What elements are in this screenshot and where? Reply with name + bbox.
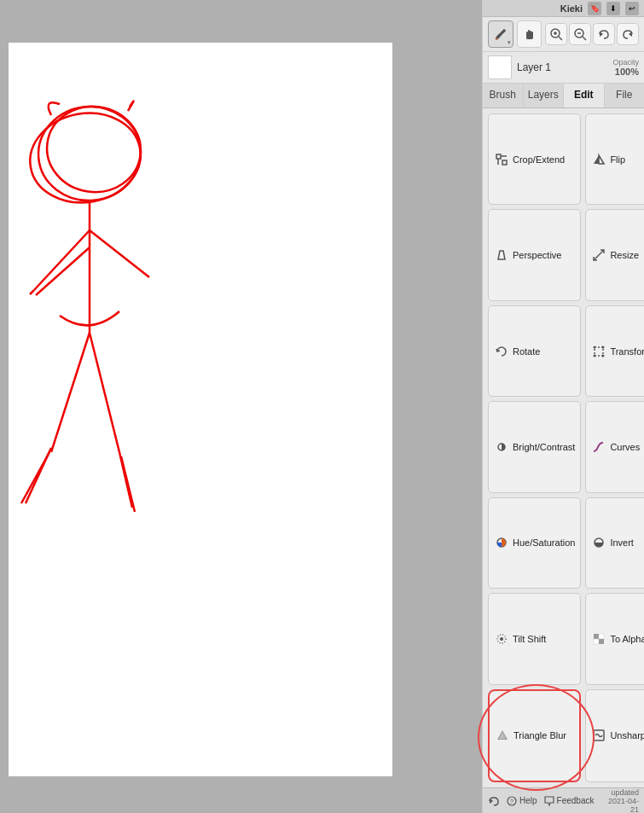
brightness-icon: [494, 439, 509, 455]
tab-edit-label: Edit: [574, 89, 594, 101]
to-alpha-label: To Alpha: [610, 634, 644, 644]
undo-icon: [597, 27, 611, 41]
drawing-canvas[interactable]: [9, 43, 392, 776]
brush-tool[interactable]: ▾: [488, 20, 513, 48]
download-icon[interactable]: ⬇: [606, 2, 620, 15]
svg-point-33: [602, 346, 605, 348]
unsharp-mask-btn[interactable]: Unsharp Mask: [585, 689, 644, 782]
svg-line-30: [594, 250, 604, 260]
app-title: Kieki: [560, 3, 583, 14]
perspective-btn[interactable]: Perspective: [488, 209, 581, 300]
hue-saturation-btn[interactable]: Hue/Saturation: [488, 497, 581, 589]
invert-btn[interactable]: Invert: [585, 497, 644, 589]
to-alpha-btn[interactable]: To Alpha: [585, 593, 644, 684]
invert-icon: [591, 535, 606, 550]
help-btn[interactable]: ? Help: [507, 796, 537, 806]
svg-point-32: [594, 346, 596, 348]
redo-icon: [621, 27, 635, 41]
perspective-icon: [494, 247, 509, 263]
tab-brush-label: Brush: [490, 89, 516, 101]
resize-label: Resize: [610, 250, 639, 260]
zoom-in-btn[interactable]: [545, 23, 567, 45]
tab-layers[interactable]: Layers: [524, 84, 565, 107]
resize-icon: [591, 247, 606, 263]
brush-chevron: ▾: [508, 39, 511, 46]
svg-marker-28: [599, 155, 604, 164]
rotate-label: Rotate: [513, 346, 540, 357]
invert-label: Invert: [610, 537, 634, 548]
undo-status-btn[interactable]: [488, 795, 500, 807]
flip-icon: [591, 152, 606, 167]
unsharp-mask-icon: [591, 728, 606, 743]
tilt-shift-label: Tilt Shift: [513, 634, 546, 644]
svg-rect-24: [502, 160, 507, 165]
tilt-shift-btn[interactable]: Tilt Shift: [488, 593, 581, 684]
feedback-label: Feedback: [557, 796, 595, 805]
flip-btn[interactable]: Flip: [585, 113, 644, 205]
svg-point-34: [594, 354, 596, 357]
canvas-area[interactable]: [0, 0, 482, 813]
rotate-icon: [494, 344, 509, 359]
layer-row: Layer 1 Opacity 100%: [483, 52, 644, 84]
feedback-btn[interactable]: Feedback: [544, 796, 595, 806]
right-panel: Kieki 🔖 ⬇ ↩ ▾: [482, 0, 644, 813]
opacity-label-text: Opacity: [612, 58, 639, 67]
help-label: Help: [519, 796, 537, 805]
crop-extend-label: Crop/Extend: [513, 154, 565, 165]
updated-date: 2021-04-21: [608, 797, 639, 814]
bright-contrast-label: Bright/Contrast: [513, 442, 575, 452]
svg-point-35: [602, 354, 605, 357]
redo-btn[interactable]: [617, 23, 639, 45]
svg-marker-48: [490, 798, 493, 804]
resize-btn[interactable]: Resize: [585, 209, 644, 300]
svg-text:?: ?: [510, 798, 513, 804]
tab-edit[interactable]: Edit: [564, 84, 605, 107]
undo-status-icon: [488, 795, 500, 807]
hue-saturation-label: Hue/Saturation: [513, 537, 575, 548]
bookmark-icon[interactable]: 🔖: [588, 2, 601, 15]
updated-info: updated 2021-04-21: [601, 788, 640, 814]
rotate-btn[interactable]: Rotate: [488, 305, 581, 397]
tilt-shift-icon: [494, 631, 509, 647]
status-bar: ? Help Feedback updated 2021-04-21: [483, 787, 644, 813]
transform-icon: [591, 344, 606, 359]
bright-contrast-btn[interactable]: Bright/Contrast: [488, 401, 581, 492]
zoom-out-btn[interactable]: [569, 23, 591, 45]
crop-icon: [494, 152, 509, 167]
curves-label: Curves: [610, 442, 640, 452]
tab-brush[interactable]: Brush: [483, 84, 524, 107]
triangle-blur-icon: [495, 728, 510, 743]
layer-name: Layer 1: [517, 61, 607, 73]
layer-thumbnail[interactable]: [488, 55, 512, 79]
brush-icon: [493, 26, 508, 42]
svg-rect-41: [594, 634, 599, 639]
curves-btn[interactable]: Curves: [585, 401, 644, 492]
svg-line-15: [559, 37, 562, 40]
svg-line-19: [583, 37, 586, 40]
to-alpha-icon: [591, 631, 606, 647]
crop-extend-btn[interactable]: Crop/Extend: [488, 113, 581, 205]
opacity-control[interactable]: Opacity 100%: [612, 58, 639, 77]
tools-row: ▾: [483, 17, 644, 52]
tab-bar: Brush Layers Edit File: [483, 84, 644, 108]
hand-icon: [521, 26, 537, 42]
svg-rect-42: [599, 634, 604, 639]
flip-label: Flip: [610, 154, 625, 165]
zoom-in-icon: [549, 27, 563, 41]
hue-saturation-icon: [494, 535, 509, 550]
undo-btn[interactable]: [593, 23, 615, 45]
hand-tool[interactable]: [517, 20, 542, 48]
share-icon[interactable]: ↩: [625, 2, 639, 15]
transform-btn[interactable]: Transform: [585, 305, 644, 397]
zoom-out-icon: [573, 27, 587, 41]
zoom-controls: [545, 23, 639, 45]
top-bar: Kieki 🔖 ⬇ ↩: [483, 0, 644, 17]
transform-label: Transform: [610, 346, 644, 357]
help-icon: ?: [507, 796, 517, 806]
triangle-blur-btn[interactable]: Triangle Blur: [488, 689, 581, 782]
svg-marker-27: [594, 155, 599, 164]
svg-marker-21: [600, 32, 603, 37]
svg-rect-43: [594, 639, 599, 644]
svg-marker-22: [629, 32, 632, 37]
tab-file[interactable]: File: [605, 84, 645, 107]
